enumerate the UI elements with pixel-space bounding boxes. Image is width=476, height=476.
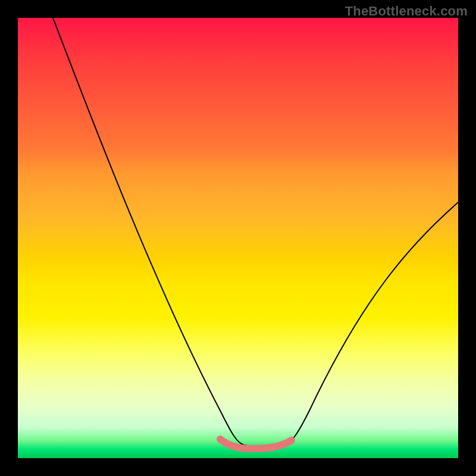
bottleneck-curve xyxy=(53,18,458,447)
chart-frame: TheBottleneck.com xyxy=(0,0,476,476)
plot-area xyxy=(18,18,458,458)
optimal-range-highlight xyxy=(220,439,292,449)
curve-layer xyxy=(18,18,458,458)
attribution-label: TheBottleneck.com xyxy=(345,4,468,19)
